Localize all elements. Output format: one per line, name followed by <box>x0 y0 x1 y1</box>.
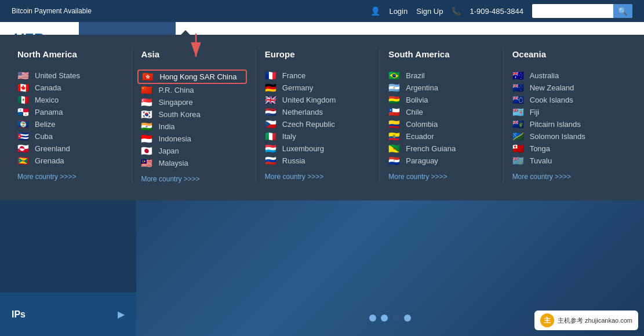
country-list-north-america: 🇺🇸United States 🇨🇦Canada 🇲🇽Mexico 🇵🇦Pana… <box>17 70 123 167</box>
ips-arrow-icon: ▶ <box>118 309 125 320</box>
country-netherlands[interactable]: 🇳🇱Netherlands <box>265 106 370 118</box>
country-ecuador[interactable]: 🇪🇨Ecuador <box>388 130 494 143</box>
top-actions: 👤 Login Sign Up 📞 1-909-485-3844 🔍 <box>370 4 632 18</box>
country-panama[interactable]: 🇵🇦Panama <box>17 106 123 118</box>
country-uk[interactable]: 🇬🇧United Kingdom <box>265 94 370 106</box>
country-czech[interactable]: 🇨🇿Czech Republic <box>265 118 370 130</box>
country-south-korea[interactable]: 🇰🇷South Korea <box>141 108 246 120</box>
carousel-dot-3[interactable] <box>392 315 399 322</box>
country-united-states[interactable]: 🇺🇸United States <box>17 70 123 82</box>
carousel-dot-4[interactable] <box>404 315 411 322</box>
user-icon: 👤 <box>370 6 380 16</box>
country-chile[interactable]: 🇨🇱Chile <box>388 106 494 118</box>
country-argentina[interactable]: 🇦🇷Argentina <box>388 82 494 94</box>
region-title-oceania: Oceania <box>512 49 618 61</box>
country-paraguay[interactable]: 🇵🇾Paraguay <box>388 155 494 167</box>
country-list-south-america: 🇧🇷Brazil 🇦🇷Argentina 🇧🇴Bolivia 🇨🇱Chile 🇨… <box>388 70 494 167</box>
country-new-zealand[interactable]: 🇳🇿New Zealand <box>512 82 618 94</box>
country-fiji[interactable]: 🇫🇯Fiji <box>512 106 618 118</box>
country-canada[interactable]: 🇨🇦Canada <box>17 82 123 94</box>
region-north-america: North America 🇺🇸United States 🇨🇦Canada 🇲… <box>17 49 132 183</box>
region-title-north-america: North America <box>17 49 123 61</box>
region-title-europe: Europe <box>265 49 370 61</box>
country-indonesia[interactable]: 🇮🇩Indonesia <box>141 133 246 145</box>
country-bolivia[interactable]: 🇧🇴Bolivia <box>388 94 494 106</box>
region-south-america: South America 🇧🇷Brazil 🇦🇷Argentina 🇧🇴Bol… <box>380 49 503 183</box>
bitcoin-label: Bitcoin Payment Available <box>12 7 359 15</box>
dropdown-arrow <box>180 30 191 36</box>
country-india[interactable]: 🇮🇳India <box>141 120 246 133</box>
carousel-dots <box>369 315 411 322</box>
search-button[interactable]: 🔍 <box>613 4 632 18</box>
ips-label: IPs <box>12 309 26 320</box>
region-asia: Asia 🇭🇰Hong Kong SAR China 🇨🇳P.R. China … <box>132 49 256 183</box>
phone-icon: 📞 <box>452 7 461 16</box>
badge-text: 主机参考 zhujicankao.com <box>558 316 632 325</box>
country-solomon[interactable]: 🇸🇧Solomon Islands <box>512 130 618 143</box>
country-list-asia: 🇭🇰Hong Kong SAR China 🇨🇳P.R. China 🇸🇬Sin… <box>141 70 246 169</box>
search-box[interactable]: 🔍 <box>532 4 632 18</box>
country-germany[interactable]: 🇩🇪Germany <box>265 82 370 94</box>
country-japan[interactable]: 🇯🇵Japan <box>141 145 246 157</box>
more-south-america[interactable]: More country >>>> <box>388 173 494 181</box>
country-tonga[interactable]: 🇹🇴Tonga <box>512 143 618 155</box>
sidebar-ips[interactable]: IPs ▶ <box>0 293 136 336</box>
country-mexico[interactable]: 🇲🇽Mexico <box>17 94 123 106</box>
country-cook-islands[interactable]: 🇨🇰Cook Islands <box>512 94 618 106</box>
top-bar: Bitcoin Payment Available 👤 Login Sign U… <box>0 0 644 22</box>
dropdown-grid: North America 🇺🇸United States 🇨🇦Canada 🇲… <box>17 49 627 183</box>
country-brazil[interactable]: 🇧🇷Brazil <box>388 70 494 82</box>
country-cuba[interactable]: 🇨🇺Cuba <box>17 130 123 143</box>
carousel-dot-1[interactable] <box>369 315 376 322</box>
country-greenland[interactable]: 🇬🇱Greenland <box>17 143 123 155</box>
country-colombia[interactable]: 🇨🇴Colombia <box>388 118 494 130</box>
more-europe[interactable]: More country >>>> <box>265 173 370 181</box>
country-list-oceania: 🇦🇺Australia 🇳🇿New Zealand 🇨🇰Cook Islands… <box>512 70 618 167</box>
phone-number: 1-909-485-3844 <box>470 7 523 16</box>
badge-icon: 主 <box>540 313 554 327</box>
country-pitcairn[interactable]: 🇵🇳Pitcairn Islands <box>512 118 618 130</box>
bottom-badge: 主 主机参考 zhujicankao.com <box>534 311 638 330</box>
country-grenada[interactable]: 🇬🇩Grenada <box>17 155 123 167</box>
more-asia[interactable]: More country >>>> <box>141 175 246 183</box>
country-hongkong[interactable]: 🇭🇰Hong Kong SAR China <box>137 70 246 84</box>
country-singapore[interactable]: 🇸🇬Singapore <box>141 96 246 108</box>
country-russia[interactable]: 🇷🇺Russia <box>265 155 370 167</box>
dropdown-menu: North America 🇺🇸United States 🇨🇦Canada 🇲… <box>0 35 644 200</box>
signup-link[interactable]: Sign Up <box>416 7 443 16</box>
country-france[interactable]: 🇫🇷France <box>265 70 370 82</box>
region-oceania: Oceania 🇦🇺Australia 🇳🇿New Zealand 🇨🇰Cook… <box>504 49 627 183</box>
login-link[interactable]: Login <box>389 7 407 16</box>
search-input[interactable] <box>532 4 613 18</box>
country-australia[interactable]: 🇦🇺Australia <box>512 70 618 82</box>
country-french-guiana[interactable]: 🇬🇫French Guiana <box>388 143 494 155</box>
region-title-asia: Asia <box>141 49 246 61</box>
more-north-america[interactable]: More country >>>> <box>17 173 123 181</box>
country-luxembourg[interactable]: 🇱🇺Luxembourg <box>265 143 370 155</box>
country-tuvalu[interactable]: 🇹🇻Tuvalu <box>512 155 618 167</box>
carousel-dot-2[interactable] <box>381 315 388 322</box>
country-italy[interactable]: 🇮🇹Italy <box>265 130 370 143</box>
country-belize[interactable]: 🇧🇿Belize <box>17 118 123 130</box>
region-title-south-america: South America <box>388 49 494 61</box>
more-oceania[interactable]: More country >>>> <box>512 173 618 181</box>
region-europe: Europe 🇫🇷France 🇩🇪Germany 🇬🇧United Kingd… <box>256 49 380 183</box>
country-list-europe: 🇫🇷France 🇩🇪Germany 🇬🇧United Kingdom 🇳🇱Ne… <box>265 70 370 167</box>
country-china[interactable]: 🇨🇳P.R. China <box>141 84 246 96</box>
country-malaysia[interactable]: 🇲🇾Malaysia <box>141 157 246 169</box>
